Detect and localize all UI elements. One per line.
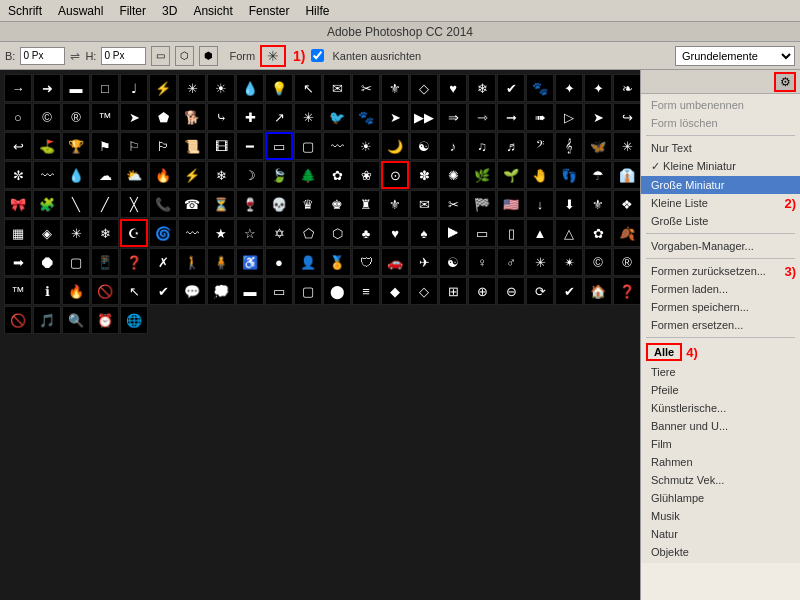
shape-footprint[interactable]: 👣 — [555, 161, 583, 189]
dropdown-form-loeschen[interactable]: Form löschen — [641, 114, 800, 132]
shape-arrow-r4[interactable]: ➞ — [497, 103, 525, 131]
shape-starburst5[interactable]: ✴ — [555, 248, 583, 276]
shape-arrowhead[interactable]: ⯈ — [439, 219, 467, 247]
shape-person2[interactable]: 👤 — [294, 248, 322, 276]
shape-star4[interactable]: ✦ — [584, 74, 612, 102]
shape-arrow5[interactable]: ➡ — [4, 248, 32, 276]
shape-tree[interactable]: 🌲 — [294, 161, 322, 189]
shape-diamond3[interactable]: ◆ — [381, 277, 409, 305]
shape-envelope2[interactable]: ✉ — [410, 190, 438, 218]
shape-minus-circle[interactable]: ⊖ — [497, 277, 525, 305]
shape-bird[interactable]: 🐦 — [323, 103, 351, 131]
shape-snowflake2b[interactable]: ❄ — [91, 219, 119, 247]
shape-arrow-dbl2[interactable]: ▶▶ — [410, 103, 438, 131]
shape-male[interactable]: ♂ — [497, 248, 525, 276]
dropdown-alle[interactable]: Alle — [646, 343, 682, 361]
shape-registered2[interactable]: ® — [613, 248, 640, 276]
shape-orb[interactable]: ⬤ — [323, 277, 351, 305]
shape-music1[interactable]: ♪ — [439, 132, 467, 160]
shape-arrow-right[interactable]: → — [4, 74, 32, 102]
shape-banner1[interactable]: ⛳ — [33, 132, 61, 160]
menu-auswahl[interactable]: Auswahl — [50, 2, 111, 20]
shape-arrow-r2[interactable]: ⇒ — [439, 103, 467, 131]
shape-fleur3[interactable]: ⚜ — [584, 190, 612, 218]
shape-copyright2[interactable]: © — [584, 248, 612, 276]
dropdown-kleine-miniatur[interactable]: Kleine Miniatur — [641, 157, 800, 176]
shape-line-diag1[interactable]: ╲ — [62, 190, 90, 218]
shape-flower6[interactable]: ❀ — [352, 161, 380, 189]
shape-copyright[interactable]: © — [33, 103, 61, 131]
shape-grass[interactable]: 🌿 — [468, 161, 496, 189]
shape-leaf2[interactable]: 🍂 — [613, 219, 640, 247]
dropdown-vorgaben[interactable]: Vorgaben-Manager... — [641, 237, 800, 255]
shape-check[interactable]: ✔ — [497, 74, 525, 102]
shape-flag2[interactable]: 🏳 — [149, 132, 177, 160]
shape-tri[interactable]: ▲ — [526, 219, 554, 247]
shape-stripe[interactable]: ≡ — [352, 277, 380, 305]
shape-tablet[interactable]: 📱 — [91, 248, 119, 276]
shape-paw2[interactable]: ❧ — [613, 74, 640, 102]
shape-pentagon[interactable]: ⬠ — [294, 219, 322, 247]
shape-flame2[interactable]: 🔥 — [62, 277, 90, 305]
shape-roundrect[interactable]: ▢ — [62, 248, 90, 276]
dropdown-tiere[interactable]: Tiere — [641, 363, 800, 381]
shape-speech[interactable]: 💬 — [178, 277, 206, 305]
shape-rect-wide[interactable]: ▬ — [62, 74, 90, 102]
shape-tile[interactable]: ▦ — [4, 219, 32, 247]
dropdown-kuenstlerische[interactable]: Künstlerische... — [641, 399, 800, 417]
shape-gclef[interactable]: 𝄞 — [555, 132, 583, 160]
shape-sparkle[interactable]: ✦ — [555, 74, 583, 102]
shape-music4[interactable]: 🎵 — [33, 306, 61, 334]
menu-fenster[interactable]: Fenster — [241, 2, 298, 20]
shape-scissors[interactable]: ✂ — [352, 74, 380, 102]
shape-clock[interactable]: ⏰ — [91, 306, 119, 334]
shape-banner2[interactable]: ⚑ — [91, 132, 119, 160]
shape-no[interactable]: 🚫 — [91, 277, 119, 305]
shape-heart[interactable]: ♥ — [439, 74, 467, 102]
shape-scroll[interactable]: 📜 — [178, 132, 206, 160]
menu-hilfe[interactable]: Hilfe — [297, 2, 337, 20]
shape-leaf[interactable]: 🍃 — [265, 161, 293, 189]
menu-filter[interactable]: Filter — [111, 2, 154, 20]
shape-snowflake[interactable]: ❄ — [207, 161, 235, 189]
shape-question[interactable]: ❓ — [120, 248, 148, 276]
dropdown-banner[interactable]: Banner und U... — [641, 417, 800, 435]
shape-flame[interactable]: 🔥 — [149, 161, 177, 189]
shape-speech2[interactable]: 💭 — [207, 277, 235, 305]
shape-plus-circle[interactable]: ⊕ — [468, 277, 496, 305]
b-input[interactable] — [20, 47, 65, 65]
shape-line-diag3[interactable]: ╳ — [120, 190, 148, 218]
shape-cursor2[interactable]: ↖ — [120, 277, 148, 305]
shape-arrow3[interactable]: ➤ — [120, 103, 148, 131]
shape-tri2[interactable]: △ — [555, 219, 583, 247]
shape-star6[interactable]: ✡ — [265, 219, 293, 247]
shape-hand[interactable]: 🤚 — [526, 161, 554, 189]
shape-arrow-curved[interactable]: ⤷ — [207, 103, 235, 131]
shape-crown2[interactable]: ♚ — [323, 190, 351, 218]
shape-bass-clef[interactable]: 𝄢 — [526, 132, 554, 160]
shape-x[interactable]: ✗ — [149, 248, 177, 276]
shape-moon-star[interactable]: ☪ — [120, 219, 148, 247]
shape-cross[interactable]: ✚ — [236, 103, 264, 131]
shape-snowflake2[interactable]: ❄ — [468, 74, 496, 102]
menu-schrift[interactable]: Schrift — [0, 2, 50, 20]
dropdown-formen-zurueck[interactable]: Formen zurücksetzen... — [641, 262, 784, 280]
shape-skull[interactable]: 💀 — [265, 190, 293, 218]
shape-music3[interactable]: ♬ — [497, 132, 525, 160]
shape-burst[interactable]: ✳ — [294, 103, 322, 131]
shape-rect[interactable]: □ — [91, 74, 119, 102]
dropdown-formen-laden[interactable]: Formen laden... — [641, 280, 800, 298]
shape-envelope[interactable]: ✉ — [323, 74, 351, 102]
shape-waveform[interactable]: 〰 — [323, 132, 351, 160]
shape-asterisk3[interactable]: ✽ — [410, 161, 438, 189]
shape-bulb[interactable]: 💡 — [265, 74, 293, 102]
shape-diamond4[interactable]: ◇ — [410, 277, 438, 305]
shape-check2[interactable]: ✔ — [149, 277, 177, 305]
dropdown-grosse-liste[interactable]: Große Liste — [641, 212, 800, 230]
shape-arrow-bold[interactable]: ➜ — [33, 74, 61, 102]
shape-crown1[interactable]: ♛ — [294, 190, 322, 218]
dropdown-pfeile[interactable]: Pfeile — [641, 381, 800, 399]
shape-arrow-circle[interactable]: ⟳ — [526, 277, 554, 305]
shape-tm2[interactable]: ™ — [4, 277, 32, 305]
shape-sun-burst[interactable]: ☀ — [207, 74, 235, 102]
